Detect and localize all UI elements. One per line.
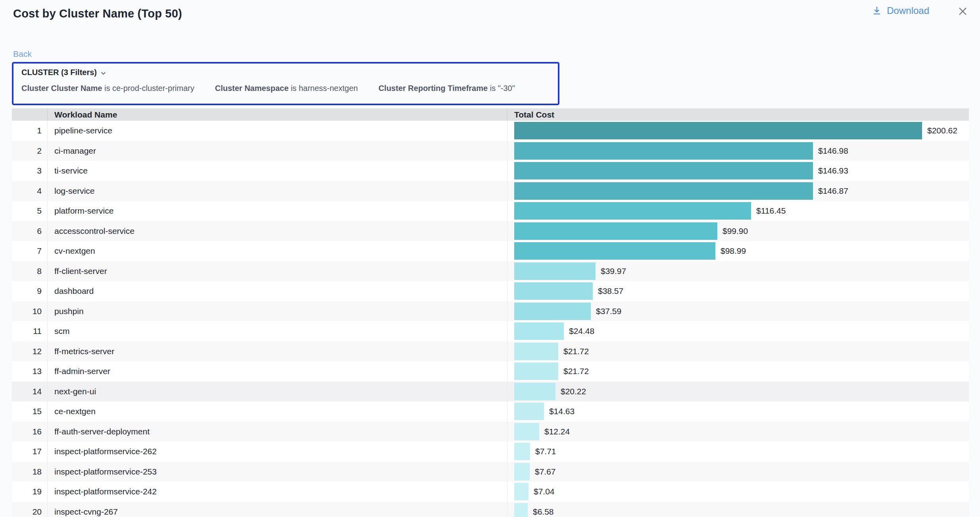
cost-bar[interactable]	[514, 282, 593, 300]
table-row[interactable]: 3ti-service$146.93	[12, 161, 969, 181]
table-row[interactable]: 6accesscontrol-service$99.90	[12, 221, 969, 241]
cost-value: $20.22	[561, 387, 586, 396]
cost-bar[interactable]	[514, 122, 922, 139]
workload-name: inspect-platformservice-242	[48, 482, 507, 502]
cost-cell: $20.22	[507, 382, 969, 402]
cost-cell: $24.48	[507, 321, 969, 341]
table-row[interactable]: 16ff-auth-server-deployment$12.24	[12, 422, 969, 442]
download-label: Download	[887, 5, 929, 16]
filter-condition[interactable]: Cluster Reporting Timeframe is "-30"	[379, 84, 515, 93]
table-row[interactable]: 1pipeline-service$200.62	[12, 121, 969, 141]
cost-bar[interactable]	[514, 222, 717, 240]
cost-value: $6.58	[533, 507, 554, 517]
cost-bar[interactable]	[514, 383, 555, 400]
cost-bar[interactable]	[514, 463, 530, 480]
row-rank: 13	[12, 361, 48, 382]
table-row[interactable]: 4log-service$146.87	[12, 181, 969, 201]
cost-bar[interactable]	[514, 443, 530, 460]
cost-cell: $7.04	[507, 482, 969, 502]
cost-bar[interactable]	[514, 483, 528, 500]
table-row[interactable]: 18inspect-platformservice-253$7.67	[12, 462, 969, 482]
cost-cell: $39.97	[507, 261, 969, 282]
workload-name: pushpin	[48, 301, 507, 322]
cost-cell: $146.93	[507, 161, 969, 181]
cost-cell: $200.62	[507, 121, 969, 141]
cost-value: $14.63	[549, 407, 575, 416]
cost-bar[interactable]	[514, 303, 591, 320]
cost-cell: $14.63	[507, 401, 969, 422]
cost-bar[interactable]	[514, 363, 558, 380]
cost-cell: $37.59	[507, 301, 969, 322]
download-button[interactable]: Download	[872, 5, 929, 16]
cost-value: $7.71	[535, 447, 556, 456]
cost-bar[interactable]	[514, 142, 813, 160]
workload-name: ce-nextgen	[48, 401, 507, 422]
table-row[interactable]: 2ci-manager$146.98	[12, 141, 969, 161]
filter-condition[interactable]: Cluster Namespace is harness-nextgen	[215, 84, 358, 93]
cost-bar[interactable]	[514, 503, 528, 517]
table-row[interactable]: 11scm$24.48	[12, 321, 969, 341]
cost-cell: $98.99	[507, 241, 969, 261]
table-header: Workload Name Total Cost	[12, 108, 969, 121]
column-header-total-cost: Total Cost	[507, 108, 969, 121]
filter-condition[interactable]: Cluster Cluster Name is ce-prod-cluster-…	[21, 84, 194, 93]
cost-bar[interactable]	[514, 403, 544, 420]
cost-value: $146.93	[818, 166, 848, 176]
table-row[interactable]: 5platform-service$116.45	[12, 201, 969, 221]
cost-bar[interactable]	[514, 343, 558, 360]
cost-value: $7.04	[534, 487, 555, 496]
row-rank: 8	[12, 261, 48, 282]
table-row[interactable]: 7cv-nextgen$98.99	[12, 241, 969, 261]
table-row[interactable]: 10pushpin$37.59	[12, 301, 969, 322]
cost-cell: $7.71	[507, 442, 969, 462]
filter-operator: is	[102, 84, 112, 93]
cost-cell: $6.58	[507, 502, 969, 517]
cost-bar[interactable]	[514, 162, 813, 179]
workload-name: cv-nextgen	[48, 241, 507, 261]
workload-name: platform-service	[48, 201, 507, 221]
table-row[interactable]: 13ff-admin-server$21.72	[12, 361, 969, 382]
row-rank: 9	[12, 281, 48, 301]
workload-name: next-gen-ui	[48, 382, 507, 402]
column-header-workload-name: Workload Name	[48, 108, 507, 121]
table-row[interactable]: 15ce-nextgen$14.63	[12, 401, 969, 422]
cost-bar[interactable]	[514, 262, 596, 280]
filter-operator: is	[488, 84, 498, 93]
cost-bar[interactable]	[514, 423, 539, 440]
filter-value: "-30"	[498, 84, 515, 93]
row-rank: 19	[12, 482, 48, 502]
row-rank: 5	[12, 201, 48, 221]
filter-operator: is	[288, 84, 299, 93]
table-row[interactable]: 17inspect-platformservice-262$7.71	[12, 442, 969, 462]
close-button[interactable]	[956, 5, 969, 17]
cost-cell: $38.57	[507, 281, 969, 301]
table-row[interactable]: 20inspect-cvng-267$6.58	[12, 502, 969, 517]
cost-value: $98.99	[721, 246, 746, 256]
row-rank: 3	[12, 161, 48, 181]
workload-name: ff-auth-server-deployment	[48, 422, 507, 442]
row-rank: 20	[12, 502, 48, 517]
workload-name: ff-metrics-server	[48, 341, 507, 362]
cost-value: $116.45	[756, 206, 786, 216]
cost-bar[interactable]	[514, 182, 813, 200]
table-row[interactable]: 9dashboard$38.57	[12, 281, 969, 301]
table-row[interactable]: 19inspect-platformservice-242$7.04	[12, 482, 969, 502]
workload-name: dashboard	[48, 281, 507, 301]
table-row[interactable]: 12ff-metrics-server$21.72	[12, 341, 969, 362]
chevron-down-icon	[100, 70, 106, 76]
row-rank: 11	[12, 321, 48, 341]
cost-value: $7.67	[535, 467, 556, 476]
table-body: 1pipeline-service$200.622ci-manager$146.…	[12, 121, 969, 517]
table-row[interactable]: 14next-gen-ui$20.22	[12, 382, 969, 402]
cost-bar[interactable]	[514, 322, 564, 340]
row-rank: 2	[12, 141, 48, 161]
filter-group-toggle[interactable]: CLUSTER (3 Filters)	[21, 68, 558, 77]
cost-value: $38.57	[598, 286, 623, 296]
download-icon	[872, 6, 882, 16]
row-rank: 10	[12, 301, 48, 322]
table-row[interactable]: 8ff-client-server$39.97	[12, 261, 969, 282]
cost-bar[interactable]	[514, 242, 715, 260]
back-link[interactable]: Back	[13, 49, 32, 59]
cost-bar[interactable]	[514, 202, 751, 220]
filter-field: Cluster Reporting Timeframe	[379, 84, 488, 93]
